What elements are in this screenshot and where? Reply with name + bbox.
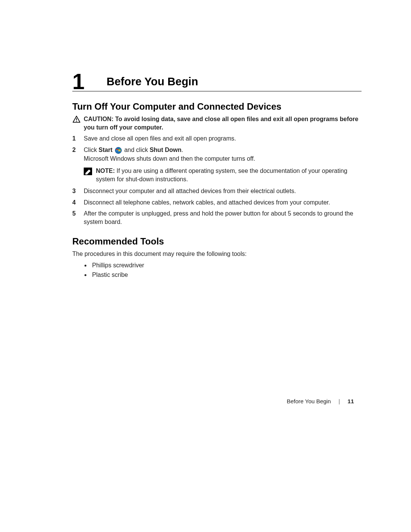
step-text: Click Start and click Shut Down. Microso… bbox=[84, 146, 362, 164]
section-heading-turnoff: Turn Off Your Computer and Connected Dev… bbox=[72, 101, 362, 112]
page-footer: Before You Begin | 11 bbox=[287, 398, 354, 404]
footer-title: Before You Begin bbox=[287, 398, 331, 404]
chapter-header: 1 Before You Begin bbox=[72, 72, 362, 91]
step-text: After the computer is unplugged, press a… bbox=[84, 209, 362, 226]
footer-separator: | bbox=[338, 398, 340, 404]
note-message: If you are using a different operating s… bbox=[96, 168, 347, 182]
text: . bbox=[182, 147, 183, 153]
start-label: Start bbox=[99, 147, 112, 153]
step-number: 4 bbox=[72, 198, 82, 207]
step-5: 5 After the computer is unplugged, press… bbox=[72, 209, 362, 226]
step-text: Disconnect your computer and all attache… bbox=[84, 187, 362, 195]
step-number: 2 bbox=[72, 146, 82, 154]
section-heading-tools: Recommended Tools bbox=[72, 236, 362, 247]
page-content: 1 Before You Begin Turn Off Your Compute… bbox=[72, 0, 362, 280]
caution-block: CAUTION: To avoid losing data, save and … bbox=[72, 115, 362, 131]
step-text: Disconnect all telephone cables, network… bbox=[84, 198, 362, 207]
section-intro: The procedures in this document may requ… bbox=[72, 250, 362, 258]
step-text-line2: Microsoft Windows shuts down and then th… bbox=[84, 155, 362, 163]
note-label: NOTE: bbox=[96, 168, 115, 174]
step-3: 3 Disconnect your computer and all attac… bbox=[72, 187, 362, 195]
step-number: 1 bbox=[72, 134, 82, 143]
shutdown-label: Shut Down bbox=[150, 147, 182, 153]
step-text: Save and close all open files and exit a… bbox=[84, 134, 362, 143]
step-1: 1 Save and close all open files and exit… bbox=[72, 134, 362, 143]
step-4: 4 Disconnect all telephone cables, netwo… bbox=[72, 198, 362, 207]
text: and click bbox=[124, 147, 150, 153]
list-item: Phillips screwdriver bbox=[91, 261, 362, 270]
chapter-number: 1 bbox=[72, 70, 84, 93]
chapter-title: Before You Begin bbox=[107, 72, 362, 88]
note-block: NOTE: If you are using a different opera… bbox=[84, 167, 362, 183]
tools-list: Phillips screwdriver Plastic scribe bbox=[72, 261, 362, 280]
caution-text: CAUTION: To avoid losing data, save and … bbox=[84, 115, 362, 131]
step-2: 2 Click Start and click Shut Down. Micro… bbox=[72, 146, 362, 164]
note-icon bbox=[84, 168, 92, 175]
note-text: NOTE: If you are using a different opera… bbox=[96, 167, 362, 183]
list-item: Plastic scribe bbox=[91, 270, 362, 280]
footer-page-number: 11 bbox=[347, 398, 354, 404]
svg-point-1 bbox=[76, 121, 77, 121]
step-number: 3 bbox=[72, 187, 82, 195]
caution-icon bbox=[72, 115, 81, 125]
text: Click bbox=[84, 147, 99, 153]
step-number: 5 bbox=[72, 209, 82, 218]
windows-start-icon bbox=[115, 147, 122, 154]
